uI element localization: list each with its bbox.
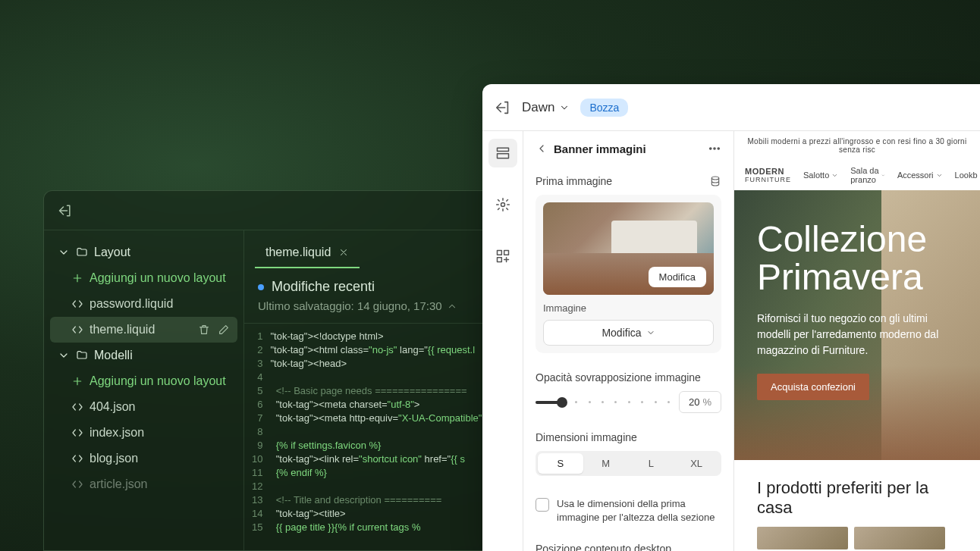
file-password-liquid[interactable]: password.liquid (50, 291, 237, 317)
tree-label: password.liquid (90, 297, 173, 311)
exit-icon[interactable] (58, 203, 73, 218)
code-area: theme.liquid Modifiche recenti Ultimo sa… (244, 230, 496, 550)
size-l[interactable]: L (629, 453, 674, 474)
code-file-icon (71, 324, 83, 336)
code-file-icon (71, 478, 83, 490)
status-badge: Bozza (580, 99, 628, 117)
nav-sala[interactable]: Sala da pranzo (850, 166, 885, 184)
size-s[interactable]: S (538, 453, 583, 474)
use-first-image-checkbox[interactable]: Usa le dimensioni della prima immagine p… (536, 497, 721, 524)
nav-lookbook[interactable]: Lookb (955, 171, 978, 180)
tree-label: index.json (90, 426, 144, 440)
tree-section-layout[interactable]: Layout (50, 239, 237, 265)
apps-tool[interactable] (488, 242, 517, 271)
theme-selector[interactable]: Dawn (522, 100, 570, 115)
promo-bar: Mobili moderni a prezzi all'ingrosso e c… (734, 131, 980, 160)
svg-point-8 (718, 148, 719, 149)
svg-point-7 (714, 148, 715, 149)
product-thumb[interactable] (757, 527, 848, 549)
code-file-icon (71, 452, 83, 465)
chevron-up-icon (447, 301, 457, 312)
chevron-down-icon (58, 349, 70, 362)
code-editor[interactable]: 123456789101112131415 "tok-tag"><!doctyp… (244, 324, 496, 540)
exit-icon[interactable] (495, 99, 511, 116)
tool-rail (482, 131, 523, 551)
folder-icon (76, 246, 88, 258)
hero-cta-button[interactable]: Acquista confezioni (757, 374, 869, 400)
code-file-icon (71, 401, 83, 413)
tree-label: Modelli (94, 349, 133, 362)
tree-label: Aggiungi un nuovo layout (90, 374, 226, 388)
database-icon[interactable] (709, 175, 721, 187)
nav-accessori[interactable]: Accessori (897, 171, 943, 180)
svg-point-9 (711, 177, 718, 180)
opacity-slider[interactable] (536, 401, 670, 404)
hero-banner: CollezionePrimavera Rifornisci il tuo ne… (734, 190, 980, 460)
first-image-label: Prima immagine (536, 175, 612, 187)
store-logo[interactable]: MODERN FURNITURE (745, 167, 791, 183)
panel-header: Banner immagini (523, 131, 733, 166)
add-layout-button[interactable]: Aggiungi un nuovo layout (50, 265, 237, 291)
modify-button[interactable]: Modifica (543, 320, 714, 346)
chevron-down-icon (881, 172, 885, 179)
file-blog-json[interactable]: blog.json (50, 446, 237, 471)
modify-button-label: Modifica (602, 327, 641, 339)
apps-icon (495, 249, 510, 264)
chevron-down-icon (936, 172, 943, 179)
back-icon[interactable] (536, 142, 548, 155)
product-thumb[interactable] (854, 527, 945, 549)
tab-theme-liquid[interactable]: theme.liquid (255, 238, 360, 268)
checkbox-icon (536, 498, 549, 512)
chevron-down-icon (831, 172, 838, 179)
file-theme-liquid[interactable]: theme.liquid (50, 317, 237, 343)
tab-bar: theme.liquid (244, 230, 496, 268)
file-404-json[interactable]: 404.json (50, 394, 237, 420)
close-icon[interactable] (338, 247, 349, 258)
tree-label: 404.json (90, 400, 136, 414)
nav-salotto[interactable]: Salotto (803, 171, 838, 180)
plus-icon (71, 272, 83, 284)
image-preview[interactable]: Modifica (543, 202, 714, 295)
image-card: Modifica Immagine Modifica (536, 195, 721, 353)
sections-tool[interactable] (488, 139, 517, 167)
file-tree: Layout Aggiungi un nuovo layout password… (44, 230, 244, 550)
tree-label: blog.json (90, 452, 138, 465)
store-nav: MODERN FURNITURE Salotto Sala da pranzo … (734, 160, 980, 190)
more-icon[interactable] (708, 142, 721, 155)
file-article-json[interactable]: article.json (50, 471, 237, 497)
add-model-button[interactable]: Aggiungi un nuovo layout (50, 368, 237, 394)
tree-label: theme.liquid (90, 323, 155, 337)
modify-chip[interactable]: Modifica (649, 267, 706, 287)
size-m[interactable]: M (583, 453, 629, 474)
code-file-icon (71, 427, 83, 439)
checkbox-label: Usa le dimensioni della prima immagine p… (557, 497, 721, 524)
trash-icon[interactable] (198, 324, 210, 336)
svg-point-6 (710, 148, 711, 149)
gear-icon (495, 197, 510, 212)
recent-title: Modifiche recenti (272, 279, 375, 295)
size-label: Dimensioni immagine (536, 431, 637, 443)
recent-changes-bar[interactable]: Modifiche recenti Ultimo salvataggio: 14… (244, 268, 496, 324)
svg-rect-5 (497, 258, 501, 262)
theme-name-label: Dawn (522, 100, 554, 115)
image-sublabel: Immagine (543, 302, 714, 314)
theme-designer-window: Dawn Bozza Banner immagini (482, 84, 980, 551)
opacity-input[interactable]: 20 % (679, 391, 721, 413)
svg-rect-1 (497, 154, 508, 158)
size-xl[interactable]: XL (674, 453, 719, 474)
designer-topbar: Dawn Bozza (482, 84, 980, 131)
chevron-down-icon (646, 328, 655, 337)
file-index-json[interactable]: index.json (50, 420, 237, 446)
editor-topbar (44, 191, 496, 230)
hero-body: Rifornisci il tuo negozio con gli ultimi… (757, 311, 957, 358)
svg-rect-3 (497, 251, 501, 255)
folder-icon (76, 349, 88, 362)
panel-title: Banner immagini (554, 142, 646, 155)
store-preview: Mobili moderni a prezzi all'ingrosso e c… (734, 131, 980, 551)
hero-title: CollezionePrimavera (757, 221, 957, 297)
tree-section-models[interactable]: Modelli (50, 343, 237, 368)
pencil-icon[interactable] (218, 324, 230, 336)
tab-label: theme.liquid (265, 246, 331, 259)
settings-tool[interactable] (488, 190, 517, 219)
opacity-label: Opacità sovrapposizione immagine (536, 371, 701, 384)
